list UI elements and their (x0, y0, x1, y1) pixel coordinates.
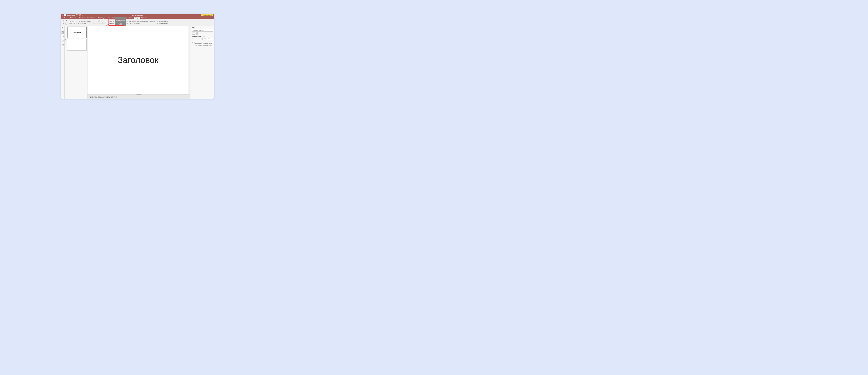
ribbon-show-group-1: ✓Заметки Линейки (106, 20, 115, 25)
svg-point-11 (98, 21, 99, 22)
vertical-scrollbar[interactable] (189, 26, 190, 94)
always-toolbar-check[interactable]: ✓Всегда показывать панель инструментов (127, 21, 155, 22)
fit-slide-icon (76, 21, 78, 22)
app-logo-icon: 7 (64, 14, 66, 16)
fit-slide-button[interactable]: По размеру слайда (76, 21, 91, 22)
right-properties-panel: Фон Заливка цветом▾ ▾ Непрозрачность 0 1… (190, 26, 214, 99)
slider-thumb[interactable] (202, 38, 203, 40)
menu-file[interactable]: Файл (62, 17, 69, 19)
right-panel-check[interactable]: ✓Правая панель (157, 23, 168, 24)
svg-line-18 (99, 20, 100, 21)
grid-icon (119, 23, 122, 25)
fit-width-button[interactable]: По ширине (76, 23, 91, 24)
svg-rect-4 (63, 21, 64, 22)
opacity-min: 0 (192, 38, 192, 40)
slide-thumb-1[interactable]: 1 Заголовок (65, 27, 87, 38)
titlebar: × 7 Документы Портфолио.pptx 👤 Поделитьс… (61, 14, 214, 17)
svg-line-16 (98, 20, 98, 21)
slide-title-text[interactable]: Заголовок (118, 55, 158, 65)
ribbon-show-group-2: ✓Всегда показывать панель инструментов ✓… (126, 20, 156, 25)
feedback-icon[interactable] (61, 39, 64, 42)
svg-rect-5 (63, 21, 64, 22)
share-button[interactable]: 👤 Поделиться (202, 14, 213, 16)
slide-thumbnails-panel: 1 Заголовок 2 (65, 26, 88, 99)
statusbar-check[interactable]: ✓Строка состояния (127, 23, 155, 24)
bg-heading: Фон (192, 27, 213, 29)
left-panel-check[interactable]: ✓Левая панель (157, 21, 168, 22)
theme-label: Тема интерфейса (93, 22, 104, 24)
zoom-label: Масштаб (69, 23, 75, 25)
theme-button[interactable]: Тема интерфейса▾ (93, 20, 105, 25)
guides-icon (119, 18, 122, 20)
share-icon: 👤 (202, 14, 204, 16)
svg-line-17 (99, 22, 100, 22)
ribbon-zoom-group: 100%▾ Масштаб (68, 20, 76, 25)
save-icon[interactable] (76, 14, 78, 16)
fill-color-row: ▾ (192, 32, 213, 35)
svg-rect-10 (65, 23, 67, 25)
rulers-check[interactable]: Линейки (106, 23, 114, 24)
close-dot[interactable]: × (62, 14, 63, 16)
fit-width-icon (76, 23, 79, 24)
undo-icon[interactable] (82, 14, 84, 16)
app-body: 1 Заголовок 2 Заголовок Нажмите, чтобы д… (61, 26, 214, 99)
notes-placeholder[interactable]: Нажмите, чтобы добавить заметки (88, 95, 190, 99)
opacity-heading: Непрозрачность (192, 36, 213, 37)
menu-draw[interactable]: Рисование (86, 17, 97, 19)
slide-num-1: 1 (65, 27, 67, 38)
svg-rect-1 (76, 14, 78, 15)
slide-thumbnail[interactable]: Заголовок (67, 27, 87, 38)
svg-line-19 (98, 22, 98, 22)
menu-view[interactable]: Вид (134, 17, 140, 19)
fill-color-dropdown[interactable]: ▾ (196, 32, 197, 35)
slide-canvas[interactable]: Заголовок (88, 26, 189, 94)
slide-thumb-2[interactable]: 2 (65, 39, 87, 51)
guides-button[interactable]: Направляющие ▾ (115, 18, 126, 23)
svg-rect-3 (80, 14, 81, 15)
svg-line-23 (63, 29, 64, 29)
share-label: Поделиться (204, 14, 212, 16)
menu-plugins[interactable]: Плагины (140, 17, 149, 19)
info-icon[interactable] (61, 43, 64, 46)
canvas-main: Заголовок (88, 26, 190, 94)
slides-panel-icon[interactable] (61, 31, 64, 34)
fill-type-select[interactable]: Заливка цветом▾ (192, 29, 213, 32)
ribbon-fit-group: По размеру слайда По ширине (76, 20, 92, 25)
document-title: Портфолио.pptx (132, 14, 143, 16)
left-icon-bar (61, 26, 65, 99)
slide-num-2: 2 (65, 39, 67, 51)
print-icon[interactable] (79, 14, 81, 16)
search-icon[interactable] (61, 27, 64, 30)
ribbon-panels-group: ✓Левая панель ✓Правая панель (156, 20, 169, 25)
sun-icon (98, 20, 100, 22)
menubar: Файл Главная Вставка Рисование Переходы … (61, 17, 214, 19)
cut-icon[interactable] (62, 23, 65, 25)
comments-icon[interactable] (61, 35, 64, 38)
opacity-max: 100 (204, 38, 206, 40)
opacity-slider[interactable] (193, 39, 203, 39)
paste-icon[interactable] (65, 20, 67, 23)
ribbon-clipboard-group (61, 20, 68, 25)
slide-thumbnail[interactable] (67, 39, 87, 51)
ribbon-view: 100%▾ Масштаб По размеру слайда По ширин… (61, 19, 214, 26)
zoom-select[interactable]: 100%▾ (69, 21, 75, 23)
notes-check[interactable]: ✓Заметки (106, 21, 114, 22)
opacity-value[interactable]: 100 % (207, 38, 213, 40)
titlebar-left: × 7 Документы (62, 14, 88, 16)
menu-transitions[interactable]: Переходы (97, 17, 107, 19)
app-window: × 7 Документы Портфолио.pptx 👤 Поделитьс… (61, 14, 214, 99)
select-all-icon[interactable] (65, 23, 67, 25)
ribbon-guides-group: Направляющие ▾ Линии сетки ▾ (115, 20, 126, 25)
fill-color-swatch[interactable] (192, 32, 195, 35)
show-slide-num-check[interactable]: Показывать номер слайда (192, 42, 213, 44)
copy-icon[interactable] (62, 20, 65, 23)
redo-icon[interactable] (85, 14, 88, 16)
svg-rect-24 (62, 32, 64, 33)
menu-insert[interactable]: Вставка (78, 17, 86, 19)
menu-home[interactable]: Главная (69, 17, 78, 19)
app-name: Документы (67, 14, 75, 16)
opacity-slider-row: 0 100 100 % (192, 38, 213, 40)
show-datetime-check[interactable]: Показывать дату и время (192, 44, 213, 46)
svg-rect-2 (80, 15, 81, 15)
svg-point-22 (62, 28, 63, 29)
